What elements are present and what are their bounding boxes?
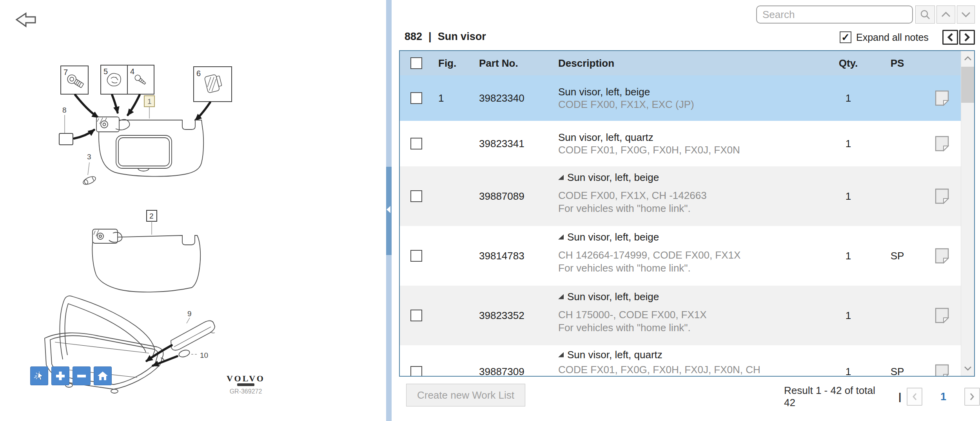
row-checkbox[interactable]	[410, 366, 422, 376]
row-ps: SP	[871, 366, 923, 376]
callout-label-6: 6	[196, 69, 201, 78]
row-description-title: Sun visor, left, beige	[558, 290, 825, 303]
collapse-triangle-icon[interactable]	[558, 235, 564, 240]
row-description: Sun visor, left, beige CODE FX00, FX1X, …	[550, 166, 825, 215]
volvo-logo: VOLVO	[227, 374, 265, 383]
expand-all-notes-label: Expand all notes	[856, 32, 929, 43]
next-page-button[interactable]	[964, 388, 980, 406]
chevron-up-icon	[941, 12, 951, 17]
drawing-reference: GR-369272	[230, 388, 262, 395]
row-description: Sun visor, left, quartz CODE FX01, FX0G,…	[550, 345, 825, 376]
column-header-description: Description	[550, 57, 825, 69]
collapse-left-icon	[387, 206, 390, 213]
table-row[interactable]: 39823352 Sun visor, left, beige CH 17500…	[400, 286, 961, 345]
row-checkbox[interactable]	[410, 138, 422, 149]
row-description: Sun visor, left, quartz CODE FX01, FX0G,…	[550, 131, 825, 157]
row-qty: 1	[825, 366, 871, 376]
row-part-number: 39887089	[466, 190, 550, 202]
mirror-plate-illustration	[171, 321, 215, 350]
panel-splitter[interactable]	[386, 0, 392, 421]
row-qty: 1	[825, 190, 871, 202]
create-worklist-button[interactable]: Create new Work List	[406, 384, 525, 406]
prev-section-button[interactable]	[942, 30, 958, 45]
row-note-text: For vehicles with "home link".	[558, 202, 825, 215]
collapse-triangle-icon[interactable]	[558, 294, 564, 299]
search-icon	[920, 9, 931, 20]
row-checkbox[interactable]	[410, 310, 422, 321]
row-description: Sun visor, left, beige CH 142664-174999,…	[550, 226, 825, 275]
note-icon[interactable]	[935, 308, 949, 323]
row-part-number: 39814783	[466, 250, 550, 262]
row-part-number: 39823341	[466, 138, 550, 150]
checkmark-icon: ✓	[841, 31, 850, 44]
parts-table: Fig. Part No. Description Qty. PS 1 3982…	[399, 50, 975, 377]
row-part-number: 39887309	[466, 366, 550, 376]
chevron-right-icon	[969, 393, 975, 401]
search-button[interactable]	[915, 5, 935, 24]
row-checkbox[interactable]	[410, 92, 422, 104]
row-part-number: 39823340	[466, 92, 550, 104]
note-icon[interactable]	[935, 188, 949, 204]
collapse-triangle-icon[interactable]	[558, 352, 564, 357]
row-qty: 1	[825, 138, 871, 150]
collapse-triangle-icon[interactable]	[558, 175, 564, 180]
next-section-button[interactable]	[959, 30, 975, 45]
pager-separator: |	[898, 391, 901, 403]
volvo-sub-text	[237, 383, 254, 386]
leader-line-3	[88, 162, 89, 175]
row-description: Sun visor, left, beige CH 175000-, CODE …	[550, 286, 825, 334]
callout-box-8-part	[59, 133, 73, 145]
parts-table-inner: Fig. Part No. Description Qty. PS 1 3982…	[400, 51, 961, 376]
table-row[interactable]: 39887309 Sun visor, left, quartz CODE FX…	[400, 345, 961, 376]
column-header-ps: PS	[871, 57, 923, 69]
back-arrow-icon[interactable]	[16, 13, 35, 26]
zoom-out-button[interactable]	[73, 366, 91, 385]
bulb-icon	[82, 175, 97, 186]
chevron-right-icon	[964, 33, 970, 42]
expand-all-notes-checkbox[interactable]: ✓	[840, 31, 851, 43]
row-checkbox[interactable]	[410, 250, 422, 262]
row-ps: SP	[871, 250, 923, 262]
pointer-tool-button[interactable]	[30, 366, 48, 385]
zoom-in-button[interactable]	[51, 366, 69, 385]
column-header-qty: Qty.	[825, 57, 871, 69]
home-icon	[96, 370, 109, 382]
select-all-checkbox[interactable]	[410, 57, 422, 69]
search-prev-button[interactable]	[936, 5, 955, 24]
row-qty: 1	[825, 310, 871, 322]
note-icon[interactable]	[935, 364, 949, 376]
chevron-down-icon	[964, 366, 972, 371]
chevron-up-icon	[964, 56, 972, 61]
table-row[interactable]: 1 39823340 Sun visor, left, beige CODE F…	[400, 75, 961, 121]
row-qty: 1	[825, 250, 871, 262]
table-row[interactable]: 39823341 Sun visor, left, quartz CODE FX…	[400, 121, 961, 166]
clip-oval-icon	[178, 349, 191, 358]
scrollbar-thumb[interactable]	[961, 67, 974, 103]
scroll-up-button[interactable]	[961, 51, 974, 66]
sun-visor-2-illustration	[92, 229, 200, 292]
chevron-left-icon	[912, 393, 917, 401]
table-row[interactable]: 39814783 Sun visor, left, beige CH 14266…	[400, 226, 961, 286]
note-icon[interactable]	[935, 136, 949, 151]
callout-label-1: 1	[147, 97, 152, 106]
table-scrollbar[interactable]	[961, 51, 974, 376]
home-view-button[interactable]	[94, 366, 112, 385]
row-fig: 1	[433, 92, 466, 104]
search-next-button[interactable]	[957, 5, 975, 24]
table-row[interactable]: 39887089 Sun visor, left, beige CODE FX0…	[400, 166, 961, 226]
row-qty: 1	[825, 92, 871, 104]
note-icon[interactable]	[935, 90, 949, 106]
row-code-text: CH 175000-, CODE FX00, FX1X	[558, 308, 825, 321]
row-description-title: Sun visor, left, quartz	[558, 348, 825, 361]
current-page-number: 1	[940, 391, 946, 403]
search-input[interactable]	[756, 5, 913, 24]
scroll-down-button[interactable]	[961, 361, 974, 376]
prev-page-button[interactable]	[907, 388, 922, 406]
callout-label-7: 7	[64, 68, 68, 77]
note-icon[interactable]	[935, 248, 949, 264]
callout-label-10: 10	[200, 351, 208, 359]
row-checkbox[interactable]	[410, 190, 422, 202]
sun-visor-exploded-diagram: 7 5 4	[0, 0, 386, 421]
arrow-10	[153, 356, 177, 366]
splitter-handle[interactable]	[386, 167, 392, 255]
